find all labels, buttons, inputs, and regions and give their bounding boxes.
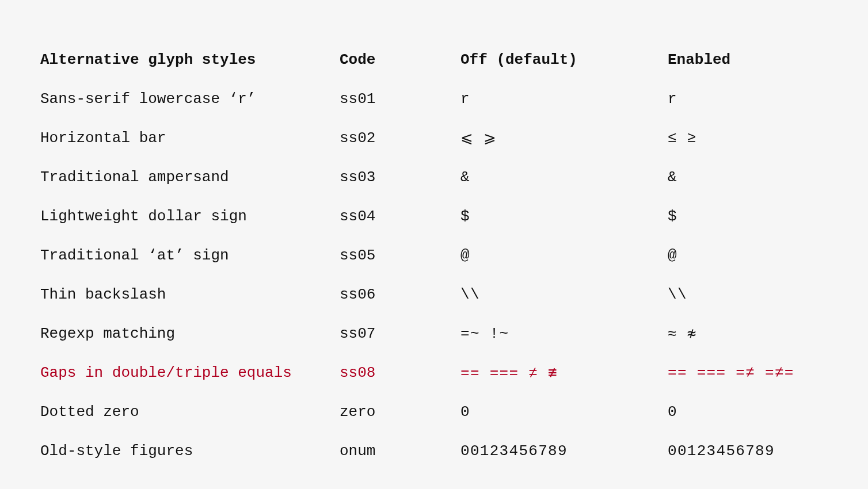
row-code: ss06	[340, 286, 460, 303]
row-name: Lightweight dollar sign	[40, 208, 340, 225]
row-enabled-sample: $	[668, 208, 828, 225]
row-code: ss07	[340, 325, 460, 342]
row-name: Gaps in double/triple equals	[40, 364, 340, 381]
row-off-sample: ⩽ ⩾	[460, 129, 668, 147]
row-off-sample: == === ≠ ≢	[460, 364, 668, 382]
header-off: Off (default)	[460, 51, 668, 68]
row-name: Traditional ampersand	[40, 169, 340, 186]
row-name: Sans-serif lowercase ‘r’	[40, 90, 340, 108]
table-row: Traditional ampersandss03&&	[40, 158, 828, 197]
row-name: Dotted zero	[40, 403, 340, 421]
table-row: Dotted zerozero00	[40, 392, 828, 431]
row-enabled-sample: @	[668, 247, 828, 264]
row-off-sample: =~ !~	[460, 325, 668, 342]
row-enabled-sample: \\	[668, 286, 828, 303]
table-row: Traditional ‘at’ signss05@@	[40, 236, 828, 275]
table-row: Thin backslashss06\\\\	[40, 275, 828, 314]
row-code: ss03	[340, 169, 460, 186]
row-off-sample: 00123456789	[460, 442, 668, 460]
row-enabled-sample: == === =≠ =≠=	[668, 364, 828, 381]
row-enabled-sample: ≤ ≥	[668, 129, 828, 147]
row-name: Old-style figures	[40, 442, 340, 460]
row-off-sample: r	[460, 90, 668, 108]
header-name: Alternative glyph styles	[40, 51, 340, 68]
row-off-sample: $	[460, 208, 668, 225]
row-enabled-sample: &	[668, 169, 828, 186]
row-code: ss08	[340, 364, 460, 381]
row-code: ss02	[340, 129, 460, 147]
table-row: Gaps in double/triple equalsss08== === ≠…	[40, 353, 828, 392]
row-code: ss04	[340, 208, 460, 225]
row-code: ss05	[340, 247, 460, 264]
row-name: Traditional ‘at’ sign	[40, 247, 340, 264]
table-row: Regexp matchingss07=~ !~≈ ≉	[40, 314, 828, 353]
row-off-sample: 0	[460, 403, 668, 421]
row-name: Horizontal bar	[40, 129, 340, 147]
row-off-sample: @	[460, 247, 668, 264]
table-header-row: Alternative glyph styles Code Off (defau…	[40, 40, 828, 79]
table-row: Horizontal barss02⩽ ⩾≤ ≥	[40, 119, 828, 158]
row-code: onum	[340, 442, 460, 460]
row-name: Thin backslash	[40, 286, 340, 303]
glyph-styles-table: Alternative glyph styles Code Off (defau…	[40, 40, 828, 471]
header-code: Code	[340, 51, 460, 68]
row-code: zero	[340, 403, 460, 421]
row-enabled-sample: ≈ ≉	[668, 324, 828, 343]
table-row: Old-style figuresonum0012345678900123456…	[40, 431, 828, 471]
table-row: Sans-serif lowercase ‘r’ss01rr	[40, 79, 828, 119]
row-enabled-sample: 00123456789	[668, 442, 828, 460]
row-name: Regexp matching	[40, 325, 340, 342]
table-row: Lightweight dollar signss04$$	[40, 197, 828, 236]
row-code: ss01	[340, 90, 460, 108]
row-off-sample: \\	[460, 286, 668, 303]
row-enabled-sample: r	[668, 90, 828, 108]
row-enabled-sample: 0	[668, 403, 828, 421]
row-off-sample: &	[460, 169, 668, 186]
header-enabled: Enabled	[668, 51, 828, 68]
